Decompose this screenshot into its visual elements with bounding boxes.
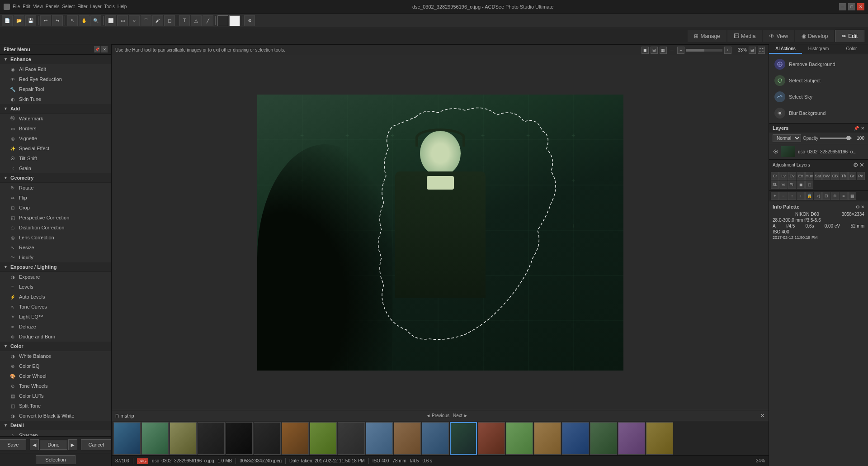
ai-blur-background[interactable]: Blur Background — [771, 105, 866, 121]
filter-distortion[interactable]: ◌ Distortion Correction — [0, 223, 111, 233]
filter-dehaze[interactable]: ≈ Dehaze — [0, 322, 111, 332]
fullscreen-btn[interactable]: ⛶ — [758, 47, 765, 54]
filmstrip-thumb-14[interactable] — [506, 422, 533, 455]
filmstrip-thumb-3[interactable] — [198, 422, 225, 455]
filmstrip-thumb-10[interactable] — [394, 422, 421, 455]
filmstrip-thumb-7[interactable] — [310, 422, 337, 455]
adj-layers-settings[interactable]: ⚙ — [853, 162, 859, 168]
tool-zoom[interactable]: 🔍 — [90, 15, 101, 26]
section-geometry[interactable]: ▼ Geometry — [0, 173, 111, 183]
info-settings-button[interactable]: ⚙ — [856, 204, 860, 209]
filter-liquify[interactable]: 〜 Liquify — [0, 252, 111, 262]
maximize-button[interactable]: □ — [848, 3, 855, 10]
tab-edit[interactable]: ✏ Edit — [835, 30, 864, 42]
filter-ai-face-edit[interactable]: ◉ AI Face Edit — [0, 64, 111, 74]
adj-btn-22[interactable]: ◁ — [814, 192, 822, 200]
filter-special-effect[interactable]: ✨ Special Effect — [0, 143, 111, 153]
section-detail[interactable]: ▼ Detail — [0, 421, 111, 430]
section-exposure[interactable]: ▼ Exposure / Lighting — [0, 262, 111, 272]
tool-text[interactable]: T — [179, 15, 190, 26]
tool-color-bg[interactable] — [229, 15, 240, 26]
info-close-button[interactable]: ✕ — [861, 204, 864, 209]
filter-levels[interactable]: ≡ Levels — [0, 282, 111, 292]
adj-btn-21[interactable]: 🔒 — [805, 192, 813, 200]
filter-flip[interactable]: ⇔ Flip — [0, 193, 111, 203]
tool-redo[interactable]: ↪ — [52, 15, 63, 26]
canvas-histogram-btn[interactable]: ▦ — [660, 47, 667, 54]
tool-save[interactable]: 💾 — [25, 15, 36, 26]
adj-btn-16[interactable]: ◻ — [805, 181, 813, 189]
section-enhance[interactable]: ▼ Enhance — [0, 55, 111, 64]
filter-panel-close[interactable]: ✕ — [101, 46, 108, 52]
tool-color-fg[interactable] — [217, 15, 228, 26]
filmstrip-thumb-9[interactable] — [366, 422, 393, 455]
tab-media[interactable]: 🎞 Media — [727, 30, 762, 42]
filter-exposure[interactable]: ◑ Exposure — [0, 272, 111, 282]
selection-button[interactable]: Selection — [36, 455, 75, 464]
filter-repair-tool[interactable]: 🔧 Repair Tool — [0, 84, 111, 94]
ai-select-sky[interactable]: Select Sky — [771, 89, 866, 105]
adj-btn-1[interactable]: Cr — [771, 172, 779, 180]
tool-undo[interactable]: ↩ — [40, 15, 51, 26]
filter-color-eq[interactable]: ⊜ Color EQ — [0, 361, 111, 371]
zoom-out-button[interactable]: − — [677, 47, 684, 54]
adj-btn-13[interactable]: Vi — [779, 181, 788, 189]
done-button[interactable]: Done — [40, 440, 67, 450]
adj-layers-close[interactable]: ✕ — [859, 162, 864, 168]
layer-visibility-toggle[interactable] — [773, 148, 779, 155]
layers-pin-button[interactable]: 📌 — [854, 126, 859, 131]
tool-cursor[interactable]: ↖ — [67, 15, 78, 26]
close-button[interactable]: ✕ — [857, 3, 864, 10]
filmstrip-thumb-11[interactable] — [422, 422, 449, 455]
fit-btn[interactable]: ⊞ — [749, 47, 756, 54]
ai-remove-background[interactable]: Remove Background — [771, 56, 866, 72]
tool-new[interactable]: 📄 — [2, 15, 13, 26]
filmstrip-thumb-18[interactable] — [618, 422, 645, 455]
adj-btn-25[interactable]: ≡ — [840, 192, 848, 200]
adj-btn-19[interactable]: ↑ — [788, 192, 796, 200]
adj-btn-11[interactable]: Po — [857, 172, 865, 180]
filmstrip-thumb-4[interactable] — [226, 422, 253, 455]
done-prev-button[interactable]: ◄ — [30, 439, 39, 450]
filmstrip-thumb-16[interactable] — [562, 422, 589, 455]
tool-select-rect[interactable]: ▭ — [117, 15, 128, 26]
filter-resize[interactable]: ⤡ Resize — [0, 243, 111, 252]
filmstrip-thumb-active[interactable] — [450, 422, 477, 455]
filter-dodge-burn[interactable]: ⊕ Dodge and Burn — [0, 332, 111, 342]
filter-tone-curves[interactable]: ∿ Tone Curves — [0, 302, 111, 312]
cancel-button[interactable]: Cancel — [81, 439, 112, 450]
filter-white-balance[interactable]: ◑ White Balance — [0, 351, 111, 361]
tool-eraser[interactable]: ◻ — [164, 15, 175, 26]
canvas-grid-btn[interactable]: ⊞ — [651, 47, 658, 54]
tab-histogram[interactable]: Histogram — [802, 44, 835, 54]
tool-settings[interactable]: ⚙ — [244, 15, 255, 26]
filmstrip-thumb-5[interactable] — [254, 422, 281, 455]
filmstrip-thumb-15[interactable] — [534, 422, 561, 455]
filmstrip-thumb-19[interactable] — [646, 422, 673, 455]
tab-color[interactable]: Color — [835, 44, 868, 54]
done-next-button[interactable]: ► — [68, 439, 77, 450]
tool-line[interactable]: ╱ — [203, 15, 213, 26]
canvas-container[interactable]: + + + + + + + + + + + + — [112, 55, 769, 410]
tool-select-lasso[interactable]: ⌒ — [141, 15, 151, 26]
tool-brush[interactable]: 🖌 — [152, 15, 163, 26]
zoom-slider[interactable] — [686, 49, 722, 52]
adj-btn-18[interactable]: − — [779, 192, 788, 200]
opacity-slider[interactable] — [820, 138, 852, 139]
minimize-button[interactable]: ─ — [839, 3, 846, 10]
adj-btn-10[interactable]: Gr — [848, 172, 856, 180]
filter-tone-wheels[interactable]: ⊙ Tone Wheels — [0, 381, 111, 391]
adj-btn-12[interactable]: SL — [771, 181, 779, 189]
filter-panel-pin[interactable]: 📌 — [94, 46, 100, 52]
adj-btn-9[interactable]: Th — [840, 172, 848, 180]
filter-crop[interactable]: ⊡ Crop — [0, 203, 111, 213]
filter-vignette[interactable]: ◎ Vignette — [0, 133, 111, 143]
canvas-color-btn[interactable]: ◼ — [642, 47, 649, 54]
filter-sharpen[interactable]: △ Sharpen — [0, 430, 111, 436]
tab-view[interactable]: 👁 View — [763, 30, 794, 42]
adj-btn-4[interactable]: Ex — [797, 172, 805, 180]
adj-btn-17[interactable]: + — [771, 192, 779, 200]
filter-bw[interactable]: ◑ Convert to Black & White — [0, 411, 111, 421]
filmstrip-thumb-0[interactable] — [113, 422, 141, 455]
layers-close-button[interactable]: ✕ — [861, 126, 864, 131]
